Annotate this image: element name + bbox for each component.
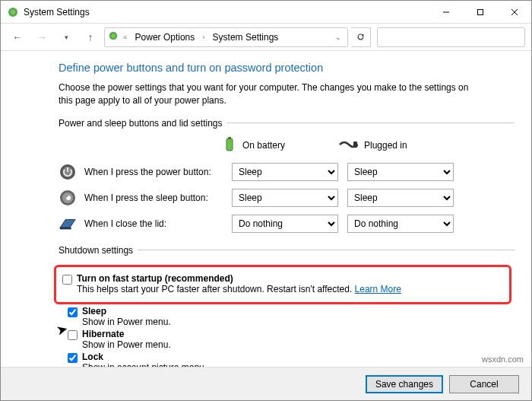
power-sleep-fieldset: Power and sleep buttons and lid settings… bbox=[59, 118, 515, 240]
minimize-button[interactable] bbox=[429, 1, 463, 24]
svg-rect-15 bbox=[60, 227, 71, 229]
navbar: ← → ▾ ↑ « Power Options › System Setting… bbox=[1, 24, 531, 51]
address-dropdown[interactable]: ⌄ bbox=[332, 33, 344, 41]
sleep-checkbox[interactable] bbox=[68, 307, 78, 317]
watermark: wsxdn.com bbox=[482, 355, 524, 364]
power-button-plugged-select[interactable]: Sleep bbox=[347, 163, 454, 181]
shutdown-legend: Shutdown settings bbox=[59, 245, 138, 256]
battery-icon bbox=[223, 136, 236, 155]
breadcrumb-system-settings[interactable]: System Settings bbox=[210, 30, 282, 44]
svg-point-1 bbox=[11, 10, 15, 14]
sleep-button-label: When I press the sleep button: bbox=[84, 193, 208, 203]
lock-checkbox[interactable] bbox=[68, 353, 78, 363]
titlebar: System Settings bbox=[1, 1, 531, 24]
page-heading: Define power buttons and turn on passwor… bbox=[59, 62, 515, 74]
lid-plugged-select[interactable]: Do nothing bbox=[347, 215, 454, 233]
page-description: Choose the power settings that you want … bbox=[59, 81, 484, 107]
footer: Save changes Cancel bbox=[1, 367, 531, 400]
forward-button[interactable]: → bbox=[31, 27, 52, 48]
lid-battery-select[interactable]: Do nothing bbox=[232, 215, 338, 233]
sleep-sub: Show in Power menu. bbox=[82, 317, 171, 327]
plug-icon bbox=[338, 138, 358, 153]
svg-rect-3 bbox=[477, 9, 483, 14]
hibernate-title: Hibernate bbox=[82, 329, 171, 339]
recent-dropdown[interactable]: ▾ bbox=[55, 27, 77, 48]
cancel-button[interactable]: Cancel bbox=[449, 375, 519, 393]
power-button-battery-select[interactable]: Sleep bbox=[232, 163, 338, 181]
breadcrumb-power-options[interactable]: Power Options bbox=[132, 30, 198, 44]
save-button[interactable]: Save changes bbox=[366, 375, 443, 393]
refresh-button[interactable] bbox=[351, 27, 371, 47]
sleep-button-battery-select[interactable]: Sleep bbox=[232, 189, 338, 207]
window-controls bbox=[429, 1, 531, 24]
plugged-label: Plugged in bbox=[364, 140, 407, 151]
highlight-annotation: Turn on fast startup (recommended) This … bbox=[54, 265, 511, 304]
learn-more-link[interactable]: Learn More bbox=[355, 284, 401, 294]
power-button-label: When I press the power button: bbox=[84, 167, 211, 177]
on-battery-label: On battery bbox=[242, 140, 285, 151]
hibernate-sub: Show in Power menu. bbox=[82, 339, 171, 350]
hibernate-checkbox[interactable] bbox=[68, 330, 78, 340]
location-icon bbox=[108, 30, 119, 43]
sleep-button-icon bbox=[59, 189, 77, 207]
up-button[interactable]: ↑ bbox=[80, 27, 101, 48]
address-bar[interactable]: « Power Options › System Settings ⌄ bbox=[104, 27, 348, 47]
chevron-right-icon: › bbox=[202, 33, 204, 41]
power-button-icon bbox=[59, 163, 77, 181]
chevron-left-icon: « bbox=[123, 33, 128, 41]
close-button[interactable] bbox=[497, 1, 531, 24]
fast-startup-checkbox[interactable] bbox=[62, 275, 72, 285]
svg-rect-10 bbox=[353, 142, 357, 148]
search-input[interactable] bbox=[377, 27, 525, 47]
window-title: System Settings bbox=[24, 7, 429, 18]
fast-startup-sub: This helps start your PC faster after sh… bbox=[77, 284, 352, 294]
back-button[interactable]: ← bbox=[7, 27, 28, 48]
maximize-button[interactable] bbox=[463, 1, 497, 24]
sleep-title: Sleep bbox=[82, 306, 171, 317]
svg-rect-9 bbox=[228, 137, 231, 139]
svg-rect-8 bbox=[226, 138, 233, 151]
svg-point-7 bbox=[111, 33, 115, 37]
sleep-button-plugged-select[interactable]: Sleep bbox=[347, 189, 454, 207]
power-sleep-legend: Power and sleep buttons and lid settings bbox=[59, 118, 226, 129]
fast-startup-title: Turn on fast startup (recommended) bbox=[77, 273, 401, 284]
lid-icon bbox=[59, 215, 77, 233]
lock-title: Lock bbox=[82, 352, 207, 362]
lid-label: When I close the lid: bbox=[84, 218, 166, 229]
shutdown-fieldset: Shutdown settings Turn on fast startup (… bbox=[59, 245, 515, 374]
app-icon bbox=[7, 6, 19, 18]
